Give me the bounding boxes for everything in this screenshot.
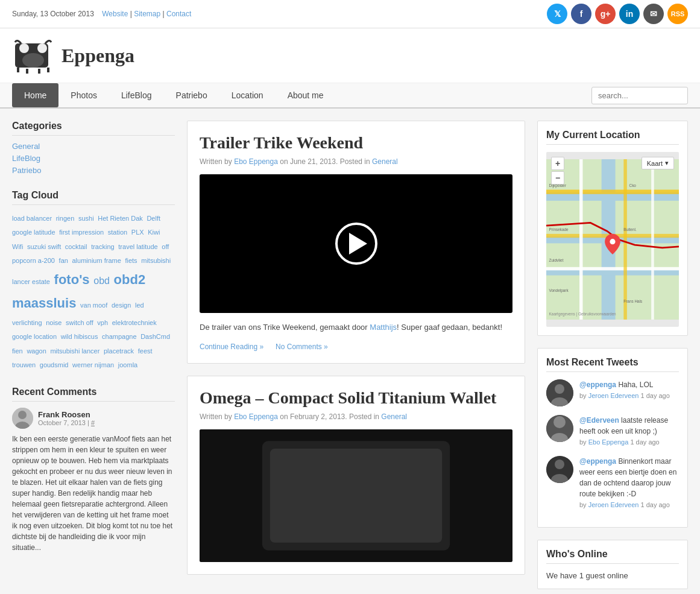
tag-plx[interactable]: PLX <box>131 229 144 236</box>
tag-station[interactable]: station <box>108 229 127 236</box>
post-2-video-thumb[interactable]: PLAY <box>200 429 512 562</box>
twitter-icon[interactable]: 𝕏 <box>547 4 567 24</box>
tag-load-balancer[interactable]: load balancer <box>12 215 52 222</box>
tag-suzuki-swift[interactable]: suzuki swift <box>27 243 61 250</box>
linkedin-icon[interactable]: in <box>619 4 640 24</box>
post-1-author-link[interactable]: Ebo Eppenga <box>234 157 278 166</box>
tag-obd[interactable]: obd <box>93 276 110 286</box>
svg-rect-21 <box>651 159 654 320</box>
tag-switch-off[interactable]: switch off <box>66 319 93 326</box>
map-type-selector[interactable]: Kaart ▾ <box>642 157 674 169</box>
tag-popcorn[interactable]: popcorn a-200 <box>12 257 55 264</box>
tag-fotos[interactable]: foto's <box>54 272 90 287</box>
tag-joomla[interactable]: joomla <box>118 361 137 368</box>
nav-item-about[interactable]: About me <box>276 83 336 107</box>
tag-tracking[interactable]: tracking <box>91 243 115 250</box>
tag-elektrotechniek[interactable]: elektrotechniek <box>112 319 157 326</box>
tag-google-location[interactable]: google location <box>12 333 57 340</box>
nav-item-home[interactable]: Home <box>12 83 58 107</box>
tag-mitsubishi-lancer[interactable]: mitsubishi lancer <box>50 347 99 355</box>
tweets-section: Most Recent Tweets @eppenga Haha, LOL by… <box>537 348 688 528</box>
post-1: Trailer Trike Weekend Written by Ebo Epp… <box>187 121 525 364</box>
tag-sushi[interactable]: sushi <box>78 215 94 222</box>
tag-fan[interactable]: fan <box>59 257 68 264</box>
tweet-3-by-user[interactable]: Jeroen Ederveen <box>588 501 639 508</box>
category-lifeblog[interactable]: LifeBlog <box>12 154 175 163</box>
tag-wifi[interactable]: Wifi <box>12 243 23 250</box>
tag-champagne[interactable]: champagne <box>102 333 137 340</box>
tag-het-rieten-dak[interactable]: Het Rieten Dak <box>98 215 143 222</box>
svg-point-39 <box>555 460 564 469</box>
nav-item-lifeblog[interactable]: LifeBlog <box>109 83 164 107</box>
tag-delft[interactable]: Delft <box>147 215 160 222</box>
tag-cocktail[interactable]: cocktail <box>65 243 87 250</box>
tag-fien[interactable]: fien <box>12 347 23 355</box>
post-2-author-link[interactable]: Ebo Eppenga <box>234 412 278 421</box>
continue-reading-link[interactable]: Continue Reading » <box>200 343 263 351</box>
tag-placetrack[interactable]: placetrack <box>104 347 134 355</box>
tag-van-moof[interactable]: van moof <box>80 302 107 309</box>
search-input[interactable] <box>591 87 688 104</box>
tag-wagon[interactable]: wagon <box>27 347 46 355</box>
no-comments-link[interactable]: No Comments » <box>276 343 328 351</box>
tweet-2: @Ederveen laatste release heeft ook een … <box>546 415 679 447</box>
top-bar: Sunday, 13 October 2013 Website | Sitema… <box>0 0 700 28</box>
map-zoom-in[interactable]: + <box>551 157 564 170</box>
svg-rect-18 <box>546 267 679 271</box>
tweet-1-user[interactable]: @eppenga <box>579 381 616 389</box>
email-icon[interactable]: ✉ <box>643 4 664 24</box>
facebook-icon[interactable]: f <box>571 4 591 24</box>
map-container[interactable]: Dijkpolder Cko Prinsekade Zuidvliet Buit… <box>546 152 679 327</box>
tweet-1-by-user[interactable]: Jeroen Ederveen <box>588 392 639 399</box>
tag-goudsmid[interactable]: goudsmid <box>40 361 69 368</box>
contact-link[interactable]: Contact <box>166 10 191 18</box>
post-1-video[interactable] <box>200 174 512 313</box>
tag-obd2[interactable]: obd2 <box>114 272 146 287</box>
post-2-category-link[interactable]: General <box>381 412 407 421</box>
nav-item-location[interactable]: Location <box>219 83 276 107</box>
tweet-2-user[interactable]: @Ederveen <box>579 416 619 425</box>
nav-item-patriebo[interactable]: Patriebo <box>164 83 219 107</box>
nav-item-photos[interactable]: Photos <box>58 83 109 107</box>
tag-noise[interactable]: noise <box>46 319 61 326</box>
googleplus-icon[interactable]: g+ <box>595 4 616 24</box>
tag-first-impression[interactable]: first impression <box>59 229 104 236</box>
tag-wild-hibiscus[interactable]: wild hibiscus <box>61 333 98 340</box>
tag-dashcmd[interactable]: DashCmd <box>140 333 170 340</box>
rss-icon[interactable]: RSS <box>667 4 688 24</box>
tag-kiwi[interactable]: Kiwi <box>148 229 160 236</box>
play-triangle-icon <box>349 233 367 254</box>
website-link[interactable]: Website <box>102 10 128 18</box>
category-patriebo[interactable]: Patriebo <box>12 166 175 175</box>
tag-ringen[interactable]: ringen <box>56 215 75 222</box>
tag-design[interactable]: design <box>112 302 131 309</box>
category-general[interactable]: General <box>12 142 175 151</box>
tag-werner-nijman[interactable]: werner nijman <box>72 361 114 368</box>
commenter-avatar <box>12 408 33 429</box>
tweet-2-by-user[interactable]: Ebo Eppenga <box>588 438 629 446</box>
tag-fiets[interactable]: fiets <box>125 257 137 264</box>
tweet-3-user[interactable]: @eppenga <box>579 457 616 466</box>
svg-point-2 <box>37 43 47 53</box>
post-1-category-link[interactable]: General <box>372 157 398 166</box>
tag-trouwen[interactable]: trouwen <box>12 361 36 368</box>
tag-feest[interactable]: feest <box>138 347 153 355</box>
tag-off[interactable]: off <box>162 243 169 250</box>
sitemap-link[interactable]: Sitemap <box>134 10 160 18</box>
tag-cloud: load balancer ringen sushi Het Rieten Da… <box>12 211 175 371</box>
map-zoom-out[interactable]: − <box>551 171 564 185</box>
svg-point-23 <box>610 239 615 244</box>
tag-aluminium-frame[interactable]: aluminium frame <box>72 257 121 264</box>
categories-heading: Categories <box>12 121 175 136</box>
tag-maassluis[interactable]: maassluis <box>12 295 76 311</box>
comment-hash[interactable]: # <box>91 419 95 426</box>
tag-google-latitude[interactable]: google latitude <box>12 229 55 236</box>
tagcloud-heading: Tag Cloud <box>12 190 175 205</box>
matthijs-link[interactable]: Matthijs <box>370 323 397 332</box>
map-controls: + − <box>551 157 564 185</box>
tweet-2-avatar <box>546 415 573 442</box>
svg-point-33 <box>555 384 564 394</box>
tag-vph[interactable]: vph <box>97 319 108 326</box>
tag-travel-latitude[interactable]: travel latitude <box>118 243 157 250</box>
tweet-1: @eppenga Haha, LOL by Jeroen Ederveen 1 … <box>546 379 679 406</box>
